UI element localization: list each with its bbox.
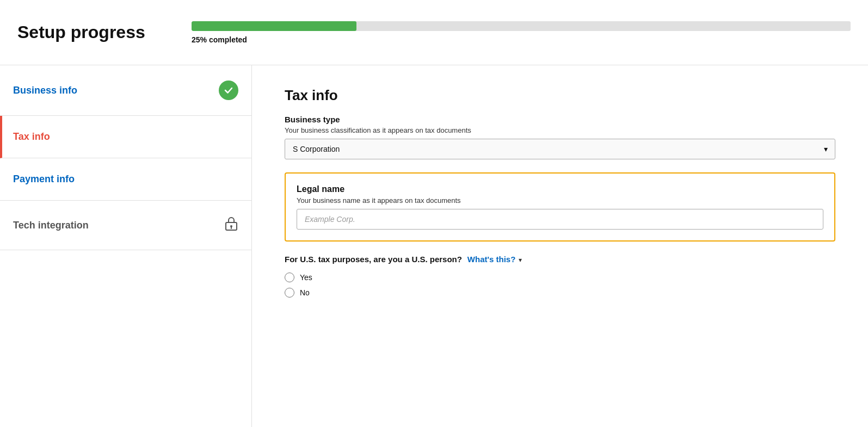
page-title: Setup progress xyxy=(17,22,159,42)
section-title: Tax info xyxy=(285,87,835,104)
lock-icon xyxy=(224,216,238,234)
tooltip-arrow-icon: ▾ xyxy=(519,256,522,264)
legal-name-desc: Your business name as it appears on tax … xyxy=(297,196,823,205)
legal-name-box: Legal name Your business name as it appe… xyxy=(285,172,835,242)
content-area: Tax info Business type Your business cla… xyxy=(252,65,868,427)
progress-bar-track xyxy=(192,21,851,31)
progress-bar-fill xyxy=(192,21,356,31)
us-person-question: For U.S. tax purposes, are you a U.S. pe… xyxy=(285,255,835,264)
progress-label: 25% completed xyxy=(192,35,851,44)
business-type-group: Business type Your business classificati… xyxy=(285,115,835,159)
sidebar-item-label-tech: Tech integration xyxy=(13,220,89,231)
us-person-yes-option[interactable]: Yes xyxy=(285,273,835,282)
whats-this-link[interactable]: What's this? xyxy=(467,255,516,264)
progress-area: 25% completed xyxy=(192,21,851,44)
legal-name-label: Legal name xyxy=(297,184,823,194)
business-type-select[interactable]: S Corporation Sole Proprietor LLC C Corp… xyxy=(285,139,835,159)
main-layout: Business info Tax info Payment info Tech… xyxy=(0,65,868,427)
sidebar-item-business-info[interactable]: Business info xyxy=(0,65,251,116)
completed-check-icon xyxy=(219,81,238,100)
us-person-radio-group: Yes No xyxy=(285,273,835,298)
header: Setup progress 25% completed xyxy=(0,0,868,65)
us-person-question-text: For U.S. tax purposes, are you a U.S. pe… xyxy=(285,255,462,264)
us-person-no-label: No xyxy=(300,288,310,297)
legal-name-input[interactable] xyxy=(297,209,823,230)
business-type-desc: Your business classification as it appea… xyxy=(285,126,835,134)
sidebar-item-label-tax: Tax info xyxy=(13,131,50,143)
us-person-no-option[interactable]: No xyxy=(285,288,835,298)
sidebar-item-label-business: Business info xyxy=(13,85,77,96)
us-person-yes-label: Yes xyxy=(300,273,312,282)
sidebar-item-tech-integration: Tech integration xyxy=(0,201,251,250)
sidebar: Business info Tax info Payment info Tech… xyxy=(0,65,252,427)
sidebar-item-payment-info[interactable]: Payment info xyxy=(0,158,251,201)
sidebar-item-label-payment: Payment info xyxy=(13,174,75,185)
us-person-yes-radio[interactable] xyxy=(285,273,294,282)
sidebar-item-tax-info[interactable]: Tax info xyxy=(0,116,251,158)
business-type-label: Business type xyxy=(285,115,835,124)
business-type-select-wrapper[interactable]: S Corporation Sole Proprietor LLC C Corp… xyxy=(285,139,835,159)
us-person-no-radio[interactable] xyxy=(285,288,294,298)
